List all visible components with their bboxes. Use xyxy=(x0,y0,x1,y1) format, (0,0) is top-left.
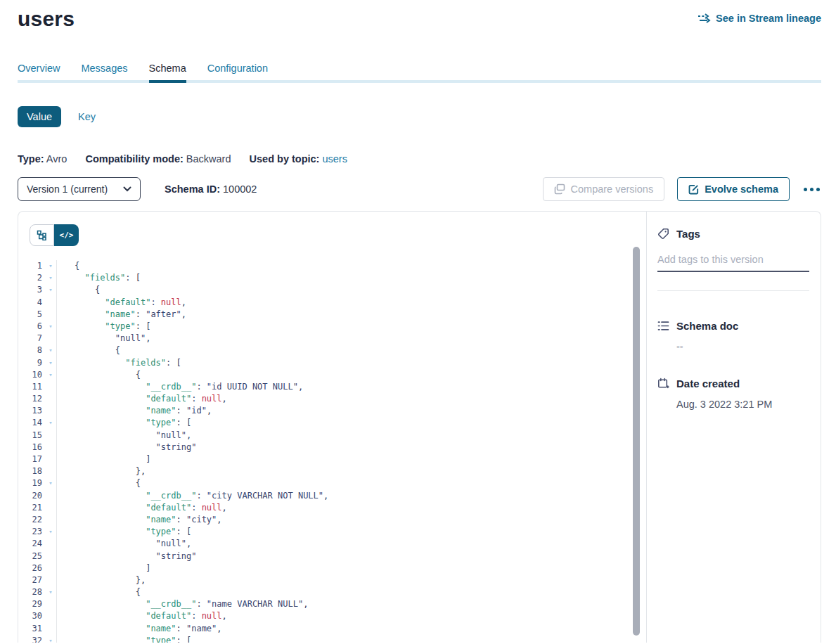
code-line: 15 "null", xyxy=(18,430,646,442)
line-number: 17 xyxy=(18,453,45,465)
tab-overview[interactable]: Overview xyxy=(18,63,60,80)
line-number: 3 xyxy=(18,284,45,296)
fold-arrow-icon[interactable]: ▾ xyxy=(45,635,56,643)
calendar-icon xyxy=(657,378,669,389)
code-line: 24 "null", xyxy=(18,538,646,550)
code-text: { xyxy=(56,586,646,598)
evolve-schema-button[interactable]: Evolve schema xyxy=(677,177,790,201)
fold-gutter xyxy=(45,574,56,586)
stream-lineage-link[interactable]: See in Stream lineage xyxy=(697,13,821,24)
code-text: "default": null, xyxy=(56,297,646,309)
more-options-icon[interactable] xyxy=(802,185,821,194)
version-select-value: Version 1 (current) xyxy=(27,183,108,195)
line-number: 30 xyxy=(18,610,45,622)
code-line: 11 "__crdb__": "id UUID NOT NULL", xyxy=(18,381,646,393)
code-text: "__crdb__": "id UUID NOT NULL", xyxy=(56,381,646,393)
tab-configuration[interactable]: Configuration xyxy=(207,63,268,80)
fold-arrow-icon[interactable]: ▾ xyxy=(45,272,56,284)
fold-arrow-icon[interactable]: ▾ xyxy=(45,369,56,381)
code-text: "default": null, xyxy=(56,393,646,405)
fold-gutter xyxy=(45,465,56,477)
code-text: }, xyxy=(56,465,646,477)
line-number: 16 xyxy=(18,442,45,453)
compare-versions-icon xyxy=(554,183,565,195)
line-number: 26 xyxy=(18,562,45,574)
fold-gutter xyxy=(45,562,56,574)
code-line: 2▾ "fields": [ xyxy=(18,272,646,284)
line-number: 19 xyxy=(18,477,45,489)
editor-scrollbar[interactable] xyxy=(633,247,640,636)
code-column: </> 1▾{2▾ "fields": [3▾ {4 "default": nu… xyxy=(18,212,646,643)
code-line: 7 "null", xyxy=(18,333,646,344)
fold-arrow-icon[interactable]: ▾ xyxy=(45,526,56,538)
code-line: 21 "default": null, xyxy=(18,502,646,514)
tags-title: Tags xyxy=(676,228,700,240)
key-tab-button[interactable]: Key xyxy=(78,111,96,122)
fold-arrow-icon[interactable]: ▾ xyxy=(45,586,56,598)
tags-input-wrap xyxy=(657,253,809,272)
code-line: 25 "string" xyxy=(18,550,646,562)
code-line: 14▾ "type": [ xyxy=(18,417,646,429)
fold-gutter xyxy=(45,405,56,417)
value-tab-button[interactable]: Value xyxy=(18,106,61,127)
fold-arrow-icon[interactable]: ▾ xyxy=(45,477,56,489)
version-bar: Version 1 (current) Schema ID: 100002 Co… xyxy=(18,177,821,201)
line-number: 15 xyxy=(18,430,45,442)
tab-messages[interactable]: Messages xyxy=(81,63,127,80)
tag-icon xyxy=(657,228,669,240)
line-number: 25 xyxy=(18,550,45,562)
fold-arrow-icon[interactable]: ▾ xyxy=(45,284,56,296)
schema-doc-title: Schema doc xyxy=(676,320,738,332)
fold-gutter xyxy=(45,550,56,562)
line-number: 27 xyxy=(18,574,45,586)
tab-schema[interactable]: Schema xyxy=(149,63,186,80)
fold-arrow-icon[interactable]: ▾ xyxy=(45,321,56,333)
code-text: { xyxy=(56,344,646,356)
schema-sidebar: Tags Schema doc -- xyxy=(646,212,821,643)
tags-input[interactable] xyxy=(657,254,809,265)
fold-arrow-icon[interactable]: ▾ xyxy=(45,417,56,429)
code-line: 28▾ { xyxy=(18,586,646,598)
code-line: 22 "name": "city", xyxy=(18,514,646,526)
version-select[interactable]: Version 1 (current) xyxy=(18,177,141,201)
compat-value: Backward xyxy=(186,153,231,165)
list-icon xyxy=(657,321,669,331)
fold-arrow-icon[interactable]: ▾ xyxy=(45,260,56,272)
date-created-header: Date created xyxy=(657,378,809,389)
page: users See in Stream lineage OverviewMess… xyxy=(0,0,836,643)
code-line: 30 "default": null, xyxy=(18,610,646,622)
stream-lineage-label: See in Stream lineage xyxy=(716,13,821,24)
line-number: 24 xyxy=(18,538,45,550)
line-number: 8 xyxy=(18,344,45,356)
code-line: 16 "string" xyxy=(18,442,646,453)
code-line: 18 }, xyxy=(18,465,646,477)
code-text: { xyxy=(56,284,646,296)
code-line: 4 "default": null, xyxy=(18,297,646,309)
schema-panel: </> 1▾{2▾ "fields": [3▾ {4 "default": nu… xyxy=(18,211,821,643)
fold-arrow-icon[interactable]: ▾ xyxy=(45,344,56,356)
line-number: 32 xyxy=(18,635,45,643)
code-line: 9▾ "fields": [ xyxy=(18,357,646,369)
evolve-schema-icon xyxy=(688,184,699,195)
code-text: ] xyxy=(56,453,646,465)
fold-arrow-icon[interactable]: ▾ xyxy=(45,357,56,369)
schema-id-value: 100002 xyxy=(223,183,257,195)
fold-gutter xyxy=(45,598,56,610)
line-number: 22 xyxy=(18,514,45,526)
line-number: 31 xyxy=(18,623,45,635)
type-label: Type: xyxy=(18,153,44,165)
topic-label: Used by topic: xyxy=(250,153,320,165)
compare-versions-button[interactable]: Compare versions xyxy=(543,177,665,201)
tree-view-button[interactable] xyxy=(30,224,54,246)
chevron-down-icon xyxy=(123,186,131,192)
topic-link[interactable]: users xyxy=(322,153,347,165)
line-number: 18 xyxy=(18,465,45,477)
schema-doc-value: -- xyxy=(676,341,809,352)
fold-gutter xyxy=(45,333,56,344)
code-view-button[interactable]: </> xyxy=(54,224,79,246)
evolve-schema-label: Evolve schema xyxy=(705,183,778,195)
code-editor[interactable]: 1▾{2▾ "fields": [3▾ {4 "default": null,5… xyxy=(18,260,646,643)
code-text: "name": "name", xyxy=(56,623,646,635)
line-number: 14 xyxy=(18,417,45,429)
code-line: 13 "name": "id", xyxy=(18,405,646,417)
